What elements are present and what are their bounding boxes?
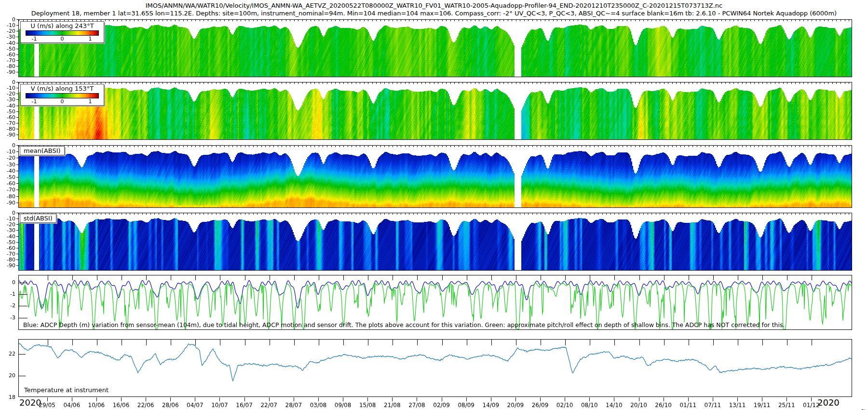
depth-tick-label: 0 <box>1 16 15 23</box>
depth-tick-mark <box>16 177 18 178</box>
std-absi-heatmap-canvas <box>19 213 852 270</box>
depth-tick-label: -50 <box>1 109 15 115</box>
date-tick-mark <box>72 397 72 401</box>
depthvar-tick-label: -1 <box>1 291 15 297</box>
depth-tick-label: -30 <box>1 227 15 233</box>
depth-tick-mark <box>16 43 18 43</box>
depth-tick-label: -50 <box>1 46 15 52</box>
date-tick-mark <box>417 397 417 401</box>
date-tick-label: 14/10 <box>606 402 623 409</box>
date-tick-mark <box>442 397 442 401</box>
date-tick-label: 26/10 <box>655 402 672 409</box>
depth-tick-mark <box>16 19 18 20</box>
date-tick-label: 26/09 <box>532 402 549 409</box>
depth-tick-label: -80 <box>1 193 15 200</box>
date-tick-mark <box>170 397 171 401</box>
depth-tick-label: 0 <box>1 142 15 149</box>
depth-tick-label: -10 <box>1 149 15 155</box>
date-tick-mark <box>343 397 343 401</box>
v-colorbar-tick-zero: 0 <box>61 98 64 105</box>
depth-tick-mark <box>16 88 18 88</box>
depth-tick-label: -30 <box>1 34 15 40</box>
date-tick-mark <box>811 397 812 401</box>
depth-tick-label: -40 <box>1 233 15 240</box>
depth-tick-mark <box>16 254 18 254</box>
panel-mean-absi-heatmap <box>18 145 852 208</box>
depth-tick-label: -20 <box>1 155 15 161</box>
depth-tick-label: -70 <box>1 57 15 64</box>
depth-tick-mark <box>16 82 18 82</box>
depth-tick-mark <box>16 99 18 100</box>
depth-tick-mark <box>16 158 18 158</box>
depth-tick-mark <box>16 260 18 260</box>
panel-temperature-line <box>18 339 852 397</box>
date-tick-label: 27/08 <box>408 402 425 409</box>
date-tick-label: 20/09 <box>507 402 524 409</box>
depth-tick-label: -90 <box>1 262 15 269</box>
date-tick-mark <box>195 397 195 401</box>
date-tick-mark <box>762 397 762 401</box>
date-tick-label: 02/10 <box>556 402 573 409</box>
temperature-tick-label: 18 <box>1 394 15 400</box>
depth-tick-mark <box>16 196 18 197</box>
v-colorbar-gradient <box>26 93 99 98</box>
depthvar-tick-label: -3 <box>1 314 15 321</box>
depth-tick-label: -20 <box>1 28 15 34</box>
date-tick-label: 10/07 <box>211 402 228 409</box>
u-colorbar-tick-pos1: 1 <box>89 36 92 42</box>
depth-tick-mark <box>16 219 18 219</box>
date-tick-mark <box>639 397 639 401</box>
panel-std-absi-heatmap <box>18 213 852 271</box>
depth-tick-mark <box>16 49 18 49</box>
std-absi-label: std(ABSI) <box>20 214 56 223</box>
v-velocity-heatmap-canvas <box>19 82 852 139</box>
date-tick-mark <box>47 397 48 401</box>
date-tick-mark <box>737 397 738 401</box>
date-tick-label: 16/06 <box>113 402 130 409</box>
date-tick-label: 02/09 <box>433 402 450 409</box>
depth-tick-mark <box>16 25 18 26</box>
depth-tick-mark <box>16 129 18 129</box>
date-tick-mark <box>244 397 245 401</box>
v-colorbar-tick-neg1: -1 <box>32 98 37 105</box>
u-legend-title: U (m/s) along 243°T <box>21 22 104 30</box>
date-tick-label: 29/05 <box>39 402 55 409</box>
v-velocity-colorbar-legend: V (m/s) along 153°T -1 0 1 <box>20 84 104 106</box>
date-tick-label: 13/11 <box>729 402 746 409</box>
date-tick-label: 25/11 <box>778 402 795 409</box>
depth-tick-mark <box>16 203 18 203</box>
date-tick-label: 07/11 <box>705 402 721 409</box>
depth-tick-label: -80 <box>1 126 15 132</box>
depth-tick-label: -60 <box>1 114 15 121</box>
depth-tick-label: -80 <box>1 63 15 69</box>
panel-u-velocity-heatmap <box>18 19 852 77</box>
date-tick-label: 21/08 <box>384 402 401 409</box>
date-tick-mark <box>392 397 393 401</box>
date-tick-mark <box>664 397 664 401</box>
depth-tick-mark <box>16 145 18 146</box>
date-tick-mark <box>466 397 467 401</box>
date-tick-label: 08/10 <box>581 402 598 409</box>
mean-absi-label: mean(ABSI) <box>20 146 65 155</box>
depth-tick-mark <box>16 37 18 37</box>
date-tick-label: 28/06 <box>162 402 179 409</box>
depth-tick-mark <box>16 111 18 112</box>
date-tick-mark <box>540 397 541 401</box>
date-tick-mark <box>713 397 713 401</box>
depth-tick-mark <box>16 123 18 123</box>
date-tick-label: 03/08 <box>310 402 327 409</box>
date-tick-mark <box>688 397 689 401</box>
figure-subtitle-deployment-info: Deployment 18, member 1 lat=31.65S lon=1… <box>0 10 868 17</box>
depth-tick-label: -70 <box>1 120 15 126</box>
temperature-line-canvas <box>19 340 852 396</box>
depth-tick-mark <box>16 183 18 184</box>
date-tick-label: 04/06 <box>63 402 80 409</box>
date-tick-label: 16/07 <box>236 402 253 409</box>
depth-tick-label: -10 <box>1 216 15 222</box>
x-axis-year-label-right: 2020 <box>817 397 840 408</box>
date-tick-label: 20/10 <box>630 402 647 409</box>
depth-tick-mark <box>16 236 18 237</box>
depth-tick-label: -60 <box>1 245 15 251</box>
date-tick-mark <box>589 397 590 401</box>
temperature-tick-label: 20 <box>1 372 15 379</box>
